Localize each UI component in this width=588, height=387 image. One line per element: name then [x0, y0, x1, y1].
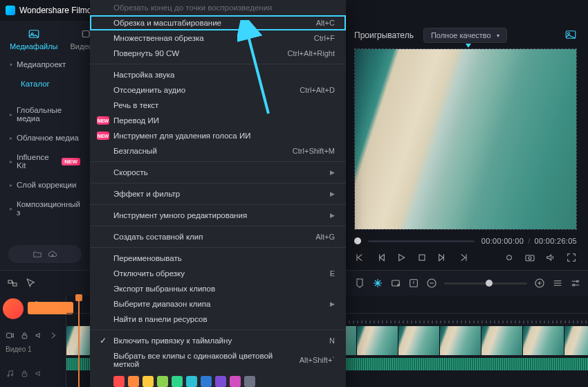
mark-in-icon[interactable]: [504, 252, 515, 263]
color-swatch[interactable]: [201, 376, 212, 387]
proxy-icon[interactable]: [7, 278, 18, 289]
svg-point-8: [507, 255, 512, 260]
playhead[interactable]: [78, 296, 80, 387]
video-track-icon: [6, 331, 15, 340]
video-track-header[interactable]: [0, 325, 66, 345]
step-fwd-icon[interactable]: [437, 252, 448, 263]
ctx-crop-zoom[interactable]: Обрезка и масштабированиеAlt+C: [90, 15, 346, 30]
stop-icon[interactable]: [416, 252, 428, 263]
sidebar-catalog[interactable]: Каталог: [0, 74, 90, 93]
music-icon: [6, 369, 15, 378]
ctx-speed[interactable]: Скорость▶: [90, 165, 346, 180]
video-track-label: Видео 1: [0, 345, 66, 353]
ctx-rename[interactable]: Переименовывать: [90, 251, 346, 266]
ctx-rotate[interactable]: Повернуть 90 CWCtrl+Alt+Right: [90, 46, 346, 61]
play-icon[interactable]: [396, 252, 407, 263]
step-back-icon[interactable]: [375, 252, 386, 263]
cursor-icon[interactable]: [25, 278, 36, 289]
sidebar-global[interactable]: ▸Глобальные медиа: [0, 100, 90, 128]
marker-icon[interactable]: [354, 278, 365, 289]
ctx-disable-crop[interactable]: Отключить обрезкуE: [90, 266, 346, 281]
ctx-detach-audio[interactable]: Отсоединить аудиоCtrl+Alt+D: [90, 82, 346, 98]
snapshot-icon[interactable]: [564, 28, 577, 43]
ctx-trim-playback[interactable]: Обрезать конец до точки воспроизведения: [90, 0, 346, 15]
ctx-ai-translate[interactable]: NEWПеревод ИИ: [90, 113, 346, 128]
ctx-mute[interactable]: БезгласныйCtrl+Shift+M: [90, 143, 346, 159]
quality-select[interactable]: Полное качество▾: [423, 28, 507, 43]
color-swatch[interactable]: [172, 376, 183, 387]
preview-marker: [466, 44, 471, 48]
zoom-in-icon[interactable]: [534, 278, 545, 289]
time-total: 00:00:26:05: [535, 237, 577, 245]
color-swatch[interactable]: [215, 376, 226, 387]
time-current: 00:00:00:00: [481, 237, 524, 245]
clip-thumb[interactable]: [523, 326, 564, 355]
folder-icon[interactable]: [33, 249, 42, 259]
clip-thumb[interactable]: [564, 326, 588, 355]
ctx-audio-adjust[interactable]: Настройка звука: [90, 67, 346, 82]
camera-icon[interactable]: [524, 252, 535, 263]
ctx-effect-filter[interactable]: Эффект и фильтр▶: [90, 186, 346, 201]
zoom-slider[interactable]: [444, 282, 527, 285]
clip-thumbnail-circle[interactable]: [3, 298, 24, 319]
app-brand: Wondershare Filmora: [19, 6, 99, 15]
fullscreen-icon[interactable]: [566, 252, 577, 263]
sound2-icon[interactable]: [35, 369, 44, 378]
color-swatch[interactable]: [157, 376, 168, 387]
preview-viewport[interactable]: [354, 48, 577, 230]
crop-tool-icon[interactable]: [390, 278, 401, 289]
ctx-compound-clip[interactable]: Создать составной клипAlt+G: [90, 229, 346, 244]
audio-track-header[interactable]: [0, 364, 66, 382]
sidebar-influence[interactable]: ▸Influence Kit NEW: [0, 147, 90, 175]
color-swatch[interactable]: [143, 376, 154, 387]
sidebar-cloud[interactable]: ▸Облачное медиа: [0, 128, 90, 147]
volume-icon[interactable]: [545, 252, 556, 263]
next-icon[interactable]: [49, 331, 58, 340]
sidebar-bottom-tools[interactable]: [8, 245, 82, 263]
context-menu: Обрезать конец до точки воспроизведения …: [90, 0, 346, 387]
preview-panel: Проигрыватель Полное качество▾ 00:00:00:…: [346, 21, 588, 270]
ctx-find-in-resources[interactable]: Найти в панели ресурсов: [90, 312, 346, 327]
svg-rect-9: [526, 255, 534, 261]
prev-edit-icon[interactable]: [354, 252, 365, 263]
color-swatch[interactable]: [128, 376, 139, 387]
clip-thumb[interactable]: [440, 326, 481, 355]
progress-track[interactable]: [368, 240, 475, 242]
tab-media[interactable]: Медиафайлы: [10, 28, 57, 51]
ctx-export-selected[interactable]: Экспорт выбранных клипов: [90, 281, 346, 296]
cloud-download-icon[interactable]: [48, 249, 57, 259]
ctx-ai-voice-remover[interactable]: NEWИнструмент для удаления голоса ИИ: [90, 128, 346, 143]
sidebar-mediaproject[interactable]: ▾Медиапроект: [0, 55, 90, 74]
color-swatch[interactable]: [186, 376, 197, 387]
svg-rect-11: [8, 280, 12, 283]
svg-rect-21: [7, 333, 12, 338]
color-swatch[interactable]: [113, 376, 125, 387]
color-swatch[interactable]: [230, 376, 241, 387]
player-controls: [354, 249, 577, 266]
alert-icon[interactable]: [408, 278, 419, 289]
clip-thumb[interactable]: [481, 326, 523, 355]
next-edit-icon[interactable]: [458, 252, 469, 263]
lock2-icon[interactable]: [20, 369, 29, 378]
zoom-out-icon[interactable]: [426, 278, 437, 289]
svg-rect-22: [22, 334, 27, 338]
ctx-smart-edit[interactable]: Инструмент умного редактирования▶: [90, 208, 346, 223]
svg-point-6: [568, 33, 570, 35]
list-icon[interactable]: [552, 278, 563, 289]
clip-thumb[interactable]: [357, 326, 398, 355]
clip-thumb[interactable]: [398, 326, 440, 355]
color-swatch[interactable]: [244, 376, 255, 387]
preview-frame: [355, 49, 576, 229]
spark-icon[interactable]: [372, 278, 383, 289]
ctx-snap-timeline[interactable]: ✓Включить привязку к таймлайнуN: [90, 333, 346, 348]
ctx-multi-trim[interactable]: Множественная обрезкаCtrl+F: [90, 30, 346, 46]
sound-icon[interactable]: [35, 331, 44, 340]
ctx-select-range[interactable]: Выберите диапазон клипа▶: [90, 296, 346, 312]
progress-knob[interactable]: [354, 237, 361, 244]
ctx-select-same-color[interactable]: Выбрать все клипы с одинаковой цветовой …: [90, 348, 346, 372]
sidebar-correction[interactable]: ▸Слой коррекции: [0, 175, 90, 195]
ctx-speech-to-text[interactable]: Речь в текст: [90, 98, 346, 113]
lock-icon[interactable]: [20, 331, 29, 340]
sidebar-comp[interactable]: ▸Композиционный з: [0, 195, 90, 222]
settings-icon[interactable]: [570, 278, 581, 289]
